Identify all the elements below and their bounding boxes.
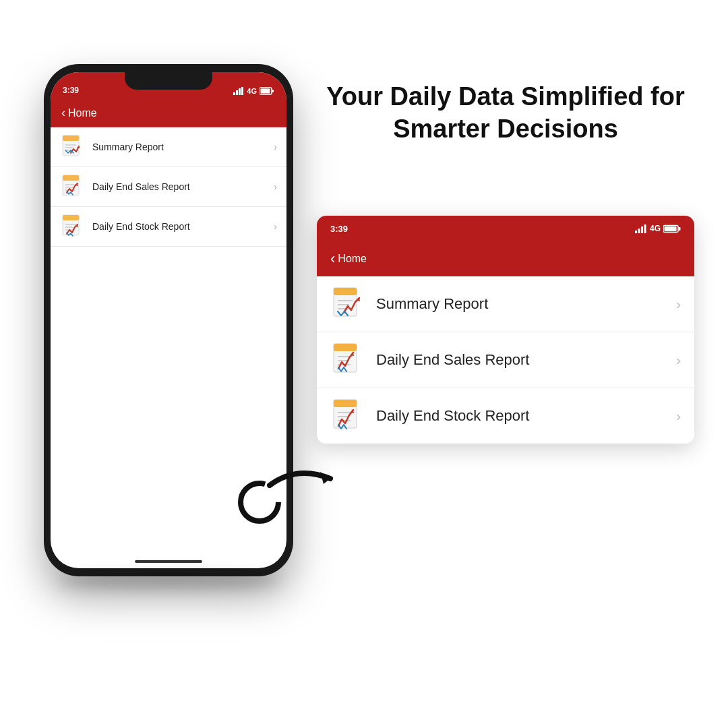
summary-report-label: Summary Report xyxy=(92,142,267,152)
svg-rect-27 xyxy=(641,226,643,233)
tablet-status-icons: 4G xyxy=(635,224,681,233)
svg-rect-8 xyxy=(63,135,79,141)
phone-home-indicator xyxy=(135,560,202,563)
tablet-menu-list: Summary Report › Daily End Sales Report … xyxy=(317,276,694,444)
svg-rect-26 xyxy=(638,229,640,233)
svg-rect-14 xyxy=(63,175,79,181)
tablet-nav-bar: ‹ Home xyxy=(317,241,694,276)
phone-network: 4G xyxy=(247,87,257,95)
phone-list-item-stock[interactable]: Daily End Stock Report › xyxy=(51,207,286,247)
tablet-chevron-right-icon-1: › xyxy=(676,353,681,368)
signal-icon xyxy=(233,87,244,95)
svg-rect-3 xyxy=(241,87,243,95)
tablet-summary-report-icon xyxy=(330,286,367,322)
phone-list-item-summary[interactable]: Summary Report › xyxy=(51,127,286,167)
svg-rect-5 xyxy=(272,90,274,92)
tablet-network: 4G xyxy=(650,224,661,233)
sales-report-label: Daily End Sales Report xyxy=(92,181,267,192)
stock-report-label: Daily End Stock Report xyxy=(92,221,267,232)
tablet-time: 3:39 xyxy=(330,224,348,234)
svg-rect-25 xyxy=(635,231,637,233)
svg-rect-28 xyxy=(644,224,646,233)
svg-rect-39 xyxy=(334,344,357,351)
phone-frame: 3:39 4G xyxy=(44,64,293,576)
sales-report-icon xyxy=(60,174,86,200)
back-chevron-icon: ‹ xyxy=(61,106,65,120)
tablet-chevron-right-icon-0: › xyxy=(676,297,681,312)
phone-time: 3:39 xyxy=(63,86,79,95)
phone-list-item-sales[interactable]: Daily End Sales Report › xyxy=(51,167,286,207)
phone-status-icons: 4G xyxy=(233,87,274,95)
tablet-sales-report-icon xyxy=(330,342,367,378)
tablet-list-item-stock[interactable]: Daily End Stock Report › xyxy=(317,388,694,444)
headline-line2: Smarter Decisions xyxy=(393,115,618,143)
phone-notch xyxy=(125,72,212,90)
headline: Your Daily Data Simplified for Smarter D… xyxy=(317,81,694,145)
tablet-list-item-sales[interactable]: Daily End Sales Report › xyxy=(317,332,694,388)
headline-line1: Your Daily Data Simplified for xyxy=(326,82,684,111)
stock-report-icon xyxy=(60,214,86,239)
phone-nav-bar: ‹ Home xyxy=(51,99,286,127)
tablet-chevron-right-icon-2: › xyxy=(676,408,681,424)
phone-screen: 3:39 4G xyxy=(51,72,286,568)
tablet-status-bar: 3:39 4G xyxy=(317,216,694,241)
tablet-list-item-summary[interactable]: Summary Report › xyxy=(317,276,694,332)
tablet-summary-report-label: Summary Report xyxy=(376,295,667,313)
chevron-right-icon-1: › xyxy=(274,181,277,192)
svg-rect-6 xyxy=(261,89,270,94)
svg-rect-0 xyxy=(233,92,235,95)
phone-back-button[interactable]: ‹ Home xyxy=(61,106,97,120)
chevron-right-icon-0: › xyxy=(274,142,277,152)
summary-report-icon xyxy=(60,134,86,160)
phone-mockup: 3:39 4G xyxy=(44,64,293,576)
battery-icon xyxy=(260,87,274,95)
tablet-panel: 3:39 4G ‹ Home xyxy=(317,216,694,444)
tablet-battery-icon xyxy=(663,224,681,233)
tablet-back-chevron-icon: ‹ xyxy=(330,250,335,268)
svg-rect-1 xyxy=(236,90,238,95)
svg-rect-31 xyxy=(665,226,677,231)
svg-marker-51 xyxy=(320,472,330,484)
tablet-sales-report-label: Daily End Sales Report xyxy=(376,351,667,369)
tablet-stock-report-label: Daily End Stock Report xyxy=(376,407,667,425)
chevron-right-icon-2: › xyxy=(274,221,277,232)
tablet-nav-label: Home xyxy=(338,253,367,265)
tablet-signal-icon xyxy=(635,224,647,233)
tablet-stock-report-icon xyxy=(330,398,367,434)
tablet-back-button[interactable]: ‹ Home xyxy=(330,250,367,268)
svg-rect-45 xyxy=(334,400,357,407)
svg-rect-20 xyxy=(63,215,79,220)
svg-rect-33 xyxy=(334,288,357,295)
svg-rect-30 xyxy=(679,227,681,231)
phone-menu-list: Summary Report › xyxy=(51,127,286,247)
svg-rect-2 xyxy=(239,88,241,95)
phone-nav-label: Home xyxy=(68,107,97,119)
